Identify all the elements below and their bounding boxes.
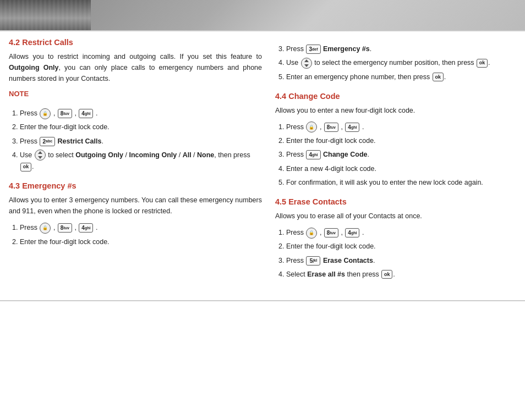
list-item: Press 3def Emergency #s. bbox=[286, 43, 506, 55]
list-item: Use to select the emergency number posit… bbox=[286, 57, 506, 69]
section-title-restrict: 4.2 Restrict Calls bbox=[9, 38, 262, 47]
key-4ghi-1: 4ghi bbox=[79, 109, 93, 118]
list-item: Use to select Outgoing Only / Incoming O… bbox=[20, 150, 262, 173]
section-title-change-code: 4.4 Change Code bbox=[275, 92, 506, 101]
ok-btn-3: ok bbox=[433, 73, 444, 81]
lock-icon-btn-2: 🔒 bbox=[40, 223, 51, 234]
list-item: Select Erase all #s then press ok. bbox=[286, 269, 506, 280]
ok-btn-2: ok bbox=[477, 59, 488, 68]
list-item: Press 🔒 , 8tuv , 4ghi . bbox=[286, 121, 506, 133]
list-item: Enter the four-digit lock code. bbox=[286, 135, 506, 147]
section-title-emergency: 4.3 Emergency #s bbox=[9, 181, 262, 190]
key-4ghi-3: 4ghi bbox=[345, 123, 359, 132]
key-3def: 3def bbox=[306, 45, 320, 54]
list-item: Enter the four-digit lock code. bbox=[20, 121, 262, 133]
lock-icon-btn-4: 🔒 bbox=[306, 228, 317, 239]
lock-icon-btn-3: 🔒 bbox=[306, 121, 317, 132]
list-item: Enter the four-digit lock code. bbox=[286, 241, 506, 252]
ok-btn-4: ok bbox=[381, 270, 392, 279]
list-item: Press 🔒 , 8tuv , 4ghi . bbox=[286, 227, 506, 239]
section-desc-change-code: Allows you to enter a new four-digit loc… bbox=[275, 105, 506, 116]
nav-btn-1 bbox=[35, 150, 46, 161]
col-left: 4.2 Restrict Calls Allows you to restric… bbox=[9, 38, 262, 289]
erase-steps: Press 🔒 , 8tuv , 4ghi . Enter the four-d… bbox=[275, 227, 506, 280]
emergency-steps-list: Press 🔒 , 8tuv , 4ghi . Enter the four-d… bbox=[9, 222, 262, 248]
list-item: Press 🔒 , 8tuv , 4ghi . bbox=[20, 222, 262, 234]
key-4ghi-cc: 4ghi bbox=[306, 150, 320, 159]
key-8tuv-3: 8tuv bbox=[324, 123, 338, 132]
change-code-steps: Press 🔒 , 8tuv , 4ghi . Enter the four-d… bbox=[275, 121, 506, 189]
list-item: Press 2abc Restrict Calls. bbox=[20, 136, 262, 147]
section-desc-erase: Allows you to erase all of your Contacts… bbox=[275, 211, 506, 222]
emergency-cont-list: Press 3def Emergency #s. Use to select t… bbox=[275, 43, 506, 83]
list-item: Press 4ghi Change Code. bbox=[286, 149, 506, 161]
key-8tuv-4: 8tuv bbox=[324, 228, 338, 237]
key-4ghi-4: 4ghi bbox=[345, 228, 359, 237]
list-item: Enter the four-digit lock code. bbox=[20, 236, 262, 248]
list-item: Enter a new 4-digit lock code. bbox=[286, 163, 506, 175]
lock-icon-btn: 🔒 bbox=[40, 108, 51, 119]
key-2abc: 2abc bbox=[40, 137, 55, 146]
section-desc-emergency: Allows you to enter 3 emergency numbers.… bbox=[9, 195, 262, 217]
key-8tuv-2: 8tuv bbox=[58, 223, 72, 233]
list-item: Enter an emergency phone number, then pr… bbox=[286, 71, 506, 83]
ok-btn-1: ok bbox=[20, 163, 31, 172]
note-label: NOTE bbox=[9, 90, 262, 98]
header-image bbox=[0, 0, 525, 30]
restrict-steps-list: Press 🔒 , 8tuv , 4ghi . Enter the four-d… bbox=[9, 108, 262, 173]
section-title-erase: 4.5 Erase Contacts bbox=[275, 197, 506, 206]
section-desc-restrict: Allows you to restrict incoming and outg… bbox=[9, 51, 262, 84]
key-5jkl: 5jkl bbox=[306, 256, 320, 266]
nav-btn-2 bbox=[301, 58, 312, 69]
list-item: Press 🔒 , 8tuv , 4ghi . bbox=[20, 108, 262, 119]
list-item: For confirmation, it will ask you to ent… bbox=[286, 177, 506, 189]
key-4ghi-2: 4ghi bbox=[79, 223, 93, 233]
col-right: Press 3def Emergency #s. Use to select t… bbox=[275, 38, 506, 289]
list-item: Press 5jkl Erase Contacts. bbox=[286, 255, 506, 267]
key-8tuv-1: 8tuv bbox=[58, 109, 72, 118]
divider-bottom bbox=[0, 300, 525, 301]
